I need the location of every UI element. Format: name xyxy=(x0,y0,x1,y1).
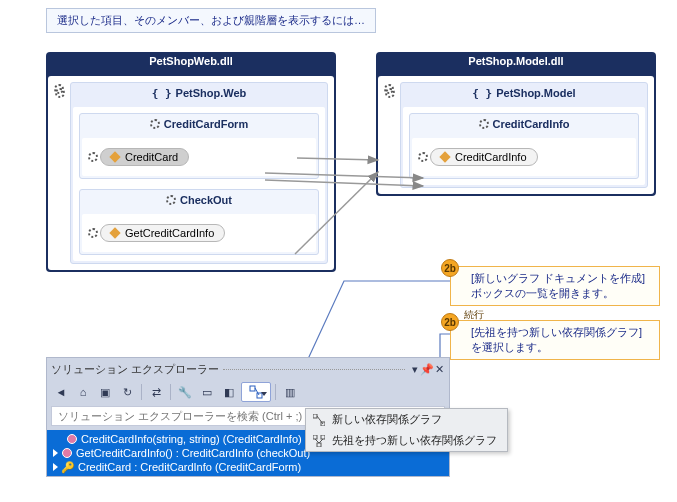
graph-icon xyxy=(312,413,326,427)
tree-item[interactable]: 🔑 CreditCard : CreditCardInfo (CreditCar… xyxy=(47,460,449,474)
class-creditcardform: CreditCardForm CreditCard xyxy=(79,113,319,179)
sync-icon[interactable]: ▣ xyxy=(95,382,115,402)
method-icon xyxy=(67,434,77,444)
method-icon xyxy=(62,448,72,458)
property-icon: 🔑 xyxy=(62,461,74,473)
svg-line-9 xyxy=(317,416,323,424)
home-icon[interactable]: ⌂ xyxy=(73,382,93,402)
svg-rect-7 xyxy=(313,414,317,418)
class-title: CheckOut xyxy=(80,194,318,207)
property-icon xyxy=(109,151,120,162)
collapse-icon[interactable]: ⇄ xyxy=(146,382,166,402)
preview-icon[interactable]: ◧ xyxy=(219,382,239,402)
assembly-title: PetShop.Model.dll xyxy=(376,55,656,67)
svg-rect-4 xyxy=(250,386,255,391)
menu-item-new-graph-ancestors[interactable]: 先祖を持つ新しい依存関係グラフ xyxy=(306,430,507,451)
graph-ancestors-icon xyxy=(312,434,326,448)
menu-item-new-graph[interactable]: 新しい依存関係グラフ xyxy=(306,409,507,430)
expand-icon[interactable] xyxy=(53,449,58,457)
namespace-title: { }PetShop.Model xyxy=(401,87,647,100)
method-icon xyxy=(109,227,120,238)
refresh-icon xyxy=(86,226,100,240)
svg-rect-10 xyxy=(313,435,317,439)
new-graph-button[interactable] xyxy=(241,382,271,402)
class-creditcardinfo: CreditCardInfo CreditCardInfo xyxy=(409,113,639,179)
svg-line-14 xyxy=(319,439,323,443)
step-badge: 2b xyxy=(441,313,459,331)
back-icon[interactable]: ◄ xyxy=(51,382,71,402)
refresh-icon xyxy=(86,150,100,164)
view-icon[interactable]: ▥ xyxy=(280,382,300,402)
refresh-icon xyxy=(383,86,397,100)
properties-icon[interactable]: 🔧 xyxy=(175,382,195,402)
expand-icon[interactable] xyxy=(53,463,58,471)
graph-dropdown-menu: 新しい依存関係グラフ 先祖を持つ新しい依存関係グラフ xyxy=(305,408,508,452)
namespace-title: { }PetShop.Web xyxy=(71,87,327,100)
show-all-icon[interactable]: ▭ xyxy=(197,382,217,402)
panel-title: ソリューション エクスプローラー xyxy=(51,362,219,377)
solution-explorer-toolbar: ◄ ⌂ ▣ ↻ ⇄ 🔧 ▭ ◧ ▥ xyxy=(47,380,449,404)
svg-rect-11 xyxy=(321,435,325,439)
member-creditcard[interactable]: CreditCard xyxy=(100,148,189,166)
callout-open-graph-menu: 2b [新しいグラフ ドキュメントを作成] ボックスの一覧を開きます。 xyxy=(450,266,660,306)
step-badge: 2b xyxy=(441,259,459,277)
class-checkout: CheckOut GetCreditCardInfo xyxy=(79,189,319,255)
assembly-petshopmodel: PetShop.Model.dll { }PetShop.Model Credi… xyxy=(376,52,656,196)
refresh-icon[interactable]: ↻ xyxy=(117,382,137,402)
refresh-icon xyxy=(53,86,67,100)
callout-select-ancestors: 2b [先祖を持つ新しい依存関係グラフ] を選択します。 xyxy=(450,320,660,360)
member-creditcardinfo[interactable]: CreditCardInfo xyxy=(430,148,538,166)
assembly-petshopweb: PetShopWeb.dll { }PetShop.Web CreditCard… xyxy=(46,52,336,272)
svg-line-13 xyxy=(315,439,319,443)
class-title: CreditCardInfo xyxy=(410,118,638,131)
instruction-hint: 選択した項目、そのメンバー、および親階層を表示するには… xyxy=(46,8,376,33)
svg-rect-12 xyxy=(317,443,321,447)
close-icon[interactable]: ✕ xyxy=(433,359,445,379)
pin-icon[interactable]: 📌 xyxy=(421,359,433,379)
class-title: CreditCardForm xyxy=(80,118,318,131)
assembly-title: PetShopWeb.dll xyxy=(46,55,336,67)
member-getcreditcardinfo[interactable]: GetCreditCardInfo xyxy=(100,224,225,242)
refresh-icon xyxy=(416,150,430,164)
method-icon xyxy=(439,151,450,162)
